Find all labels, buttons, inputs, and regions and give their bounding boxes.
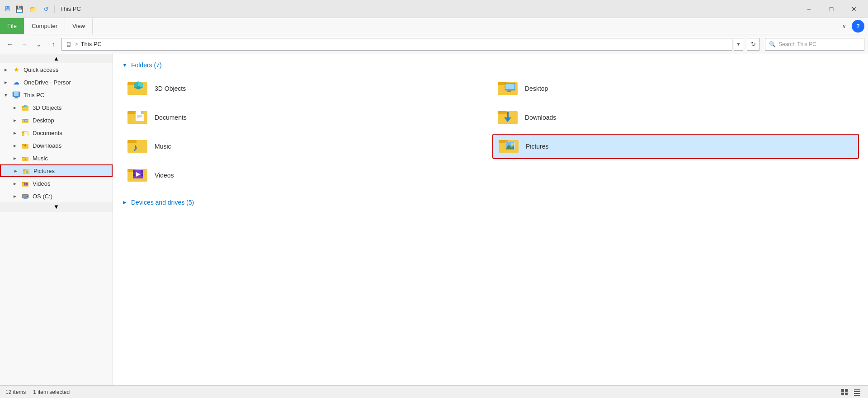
maximize-button[interactable]: □ (821, 2, 842, 16)
folder-item-videos[interactable]: Videos (122, 163, 489, 188)
videos-expand-icon: ► (13, 181, 18, 186)
sidebar-item-quick-access[interactable]: ► ★ Quick access (0, 63, 113, 76)
svg-rect-21 (22, 144, 25, 145)
folder-icon-pictures (499, 136, 520, 157)
svg-rect-59 (508, 90, 510, 91)
svg-rect-96 (845, 389, 848, 392)
devices-section-header[interactable]: ► Devices and drives (5) (122, 199, 859, 206)
folder-item-music[interactable]: ♪ Music (122, 134, 489, 159)
selected-count: 1 item selected (33, 389, 70, 395)
sidebar-item-pictures[interactable]: ► Pictures (0, 164, 113, 177)
up-button[interactable]: ↑ (47, 38, 60, 51)
sidebar-item-videos[interactable]: ► Videos (0, 177, 113, 190)
folder-item-music-name: Music (155, 143, 171, 150)
folder-icon-downloads (498, 107, 519, 128)
minimize-button[interactable]: − (798, 2, 819, 16)
separator: | (53, 4, 56, 14)
folder-item-3d-objects[interactable]: 3D Objects (122, 76, 489, 101)
os-c-expand-icon: ► (13, 194, 18, 199)
music-icon: ♪ (21, 154, 30, 163)
tab-computer[interactable]: Computer (24, 18, 65, 34)
folder-item-3d-objects-name: 3D Objects (155, 85, 186, 92)
search-box[interactable]: 🔍 Search This PC (765, 38, 864, 51)
dropdown-button[interactable]: ⌄ (33, 38, 45, 51)
svg-rect-73 (507, 112, 509, 117)
folder-item-desktop[interactable]: Desktop (492, 76, 859, 101)
folder-item-downloads-name: Downloads (525, 114, 556, 121)
svg-text:♪: ♪ (133, 142, 138, 153)
tab-file-label: File (7, 23, 17, 29)
folder-icon-documents (127, 107, 149, 128)
onedrive-cloud-icon: ☁ (12, 78, 21, 87)
svg-rect-95 (841, 389, 844, 392)
svg-rect-100 (854, 391, 860, 392)
sidebar-item-this-pc[interactable]: ▼ This PC (0, 89, 113, 101)
downloads-icon (21, 141, 30, 150)
address-path[interactable]: 🖥 > This PC (61, 38, 732, 51)
folder-icon-desktop (498, 78, 519, 99)
svg-rect-90 (133, 170, 135, 173)
svg-rect-66 (141, 111, 144, 114)
sidebar-item-this-pc-label: This PC (24, 92, 44, 98)
sidebar-scroll-up[interactable]: ▲ (0, 54, 113, 63)
save-icon[interactable]: 💾 (14, 5, 25, 14)
status-right (839, 387, 863, 397)
status-bar: 12 items 1 item selected (0, 385, 868, 398)
view-large-icons-button[interactable] (839, 387, 850, 397)
quick-access-star-icon: ★ (12, 65, 21, 74)
svg-rect-60 (507, 91, 511, 92)
sidebar-item-desktop-label: Desktop (33, 117, 54, 124)
folder-item-documents[interactable]: Documents (122, 105, 489, 130)
sidebar-item-documents[interactable]: ► Documents (0, 126, 113, 139)
tab-file[interactable]: File (0, 18, 24, 34)
refresh-button[interactable]: ↻ (747, 38, 760, 51)
svg-rect-39 (27, 184, 28, 185)
folders-section-header[interactable]: ▼ Folders (7) (122, 61, 859, 69)
pictures-expand-icon: ► (14, 169, 19, 173)
sidebar-item-os-c[interactable]: ► OS (C:) (0, 190, 113, 202)
sidebar-item-downloads[interactable]: ► Downloads (0, 139, 113, 152)
title-bar: 🖥 💾 📁 ↺ | This PC − □ ✕ (0, 0, 868, 18)
quick-access-expand-icon: ► (4, 67, 9, 72)
sidebar-item-3d-objects[interactable]: ► 3D Objects (0, 101, 113, 114)
desktop-icon (21, 116, 30, 125)
sidebar-item-onedrive[interactable]: ► ☁ OneDrive - Persor (0, 76, 113, 89)
ribbon-right: ∨ ? (840, 18, 868, 34)
sidebar-item-desktop[interactable]: ► Desktop (0, 114, 113, 126)
folders-section-label: Folders (7) (131, 61, 162, 69)
folder-item-videos-name: Videos (155, 172, 174, 179)
title-bar-left: 🖥 💾 📁 ↺ | This PC (4, 4, 81, 14)
svg-rect-23 (25, 144, 26, 145)
view-details-button[interactable] (852, 387, 863, 397)
svg-rect-3 (14, 98, 19, 98)
sidebar-scroll-down[interactable]: ▼ (0, 202, 113, 211)
forward-button[interactable]: → (18, 38, 31, 51)
back-button[interactable]: ← (4, 38, 16, 51)
help-button[interactable]: ? (852, 20, 864, 33)
ribbon: File Computer View ∨ ? (0, 18, 868, 34)
undo-icon[interactable]: ↺ (42, 5, 51, 14)
svg-rect-101 (854, 393, 860, 394)
folder-icon-videos (127, 164, 149, 186)
window-title: This PC (60, 5, 81, 12)
folder-item-documents-name: Documents (155, 114, 187, 121)
item-count: 12 items (5, 389, 26, 395)
folder-item-downloads[interactable]: Downloads (492, 105, 859, 130)
close-button[interactable]: ✕ (844, 2, 864, 16)
sidebar-item-onedrive-label: OneDrive - Persor (24, 79, 71, 86)
sidebar-item-videos-label: Videos (33, 180, 51, 187)
tab-view[interactable]: View (65, 18, 93, 34)
svg-point-85 (511, 143, 514, 145)
svg-rect-1 (14, 92, 19, 96)
sidebar-item-documents-label: Documents (33, 130, 62, 136)
this-pc-pc-icon (12, 90, 21, 99)
address-path-text: This PC (81, 41, 102, 47)
svg-point-32 (27, 171, 28, 172)
ribbon-collapse-icon[interactable]: ∨ (840, 21, 848, 31)
sidebar-item-music[interactable]: ► ♪ Music (0, 152, 113, 164)
new-folder-icon[interactable]: 📁 (28, 5, 39, 14)
folder-item-pictures[interactable]: Pictures (492, 134, 859, 159)
monitor-icon: 🖥 (4, 5, 11, 13)
documents-icon (21, 128, 30, 137)
address-dropdown-button[interactable]: ▼ (734, 38, 743, 51)
